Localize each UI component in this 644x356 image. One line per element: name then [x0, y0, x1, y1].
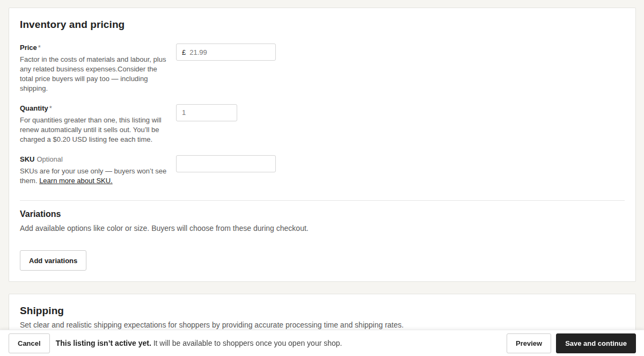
- quantity-label-column: Quantity* For quantities greater than on…: [20, 104, 176, 144]
- variations-section: Variations Add available options like co…: [20, 209, 625, 271]
- sku-label: SKUOptional: [20, 155, 167, 163]
- inventory-pricing-title: Inventory and pricing: [20, 19, 625, 31]
- learn-more-sku-link[interactable]: Learn more about SKU.: [39, 176, 113, 186]
- save-and-continue-button[interactable]: Save and continue: [556, 333, 636, 353]
- price-label: Price*: [20, 43, 167, 52]
- listing-status-text: This listing isn’t active yet. It will b…: [56, 339, 342, 347]
- optional-tag: Optional: [36, 155, 62, 163]
- currency-symbol: £: [182, 48, 186, 56]
- required-asterisk: *: [38, 43, 41, 52]
- inventory-pricing-card: Inventory and pricing Price* Factor in t…: [9, 8, 636, 282]
- shipping-description: Set clear and realistic shipping expecta…: [20, 320, 625, 331]
- quantity-description: For quantities greater than one, this li…: [20, 115, 167, 144]
- variations-description: Add available options like color or size…: [20, 223, 625, 234]
- sku-description: SKUs are for your use only — buyers won’…: [20, 166, 167, 186]
- required-asterisk: *: [49, 104, 52, 112]
- sku-input[interactable]: [176, 155, 276, 172]
- sku-field-row: SKUOptional SKUs are for your use only —…: [20, 155, 625, 186]
- shipping-title: Shipping: [20, 305, 625, 317]
- price-input-group[interactable]: £: [176, 43, 276, 61]
- listing-status-rest: It will be available to shoppers once yo…: [153, 339, 342, 347]
- quantity-input[interactable]: [176, 104, 237, 121]
- price-field-row: Price* Factor in the costs of materials …: [20, 43, 625, 93]
- variations-divider: [20, 200, 625, 201]
- add-variations-button[interactable]: Add variations: [20, 250, 86, 271]
- quantity-label: Quantity*: [20, 104, 167, 112]
- price-description: Factor in the costs of materials and lab…: [20, 55, 167, 93]
- price-input[interactable]: [189, 48, 270, 56]
- preview-button[interactable]: Preview: [507, 333, 551, 353]
- listing-status-bold: This listing isn’t active yet.: [56, 339, 151, 347]
- sku-label-column: SKUOptional SKUs are for your use only —…: [20, 155, 176, 186]
- cancel-button[interactable]: Cancel: [9, 333, 50, 353]
- footer-bar: Cancel This listing isn’t active yet. It…: [0, 330, 644, 356]
- price-label-column: Price* Factor in the costs of materials …: [20, 43, 176, 93]
- variations-title: Variations: [20, 209, 625, 219]
- quantity-field-row: Quantity* For quantities greater than on…: [20, 104, 625, 144]
